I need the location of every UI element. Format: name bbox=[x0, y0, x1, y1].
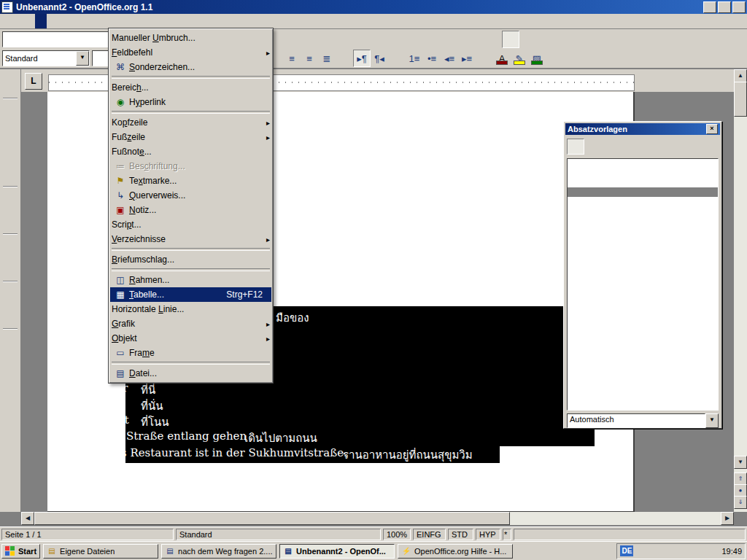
menu-item[interactable]: ◉ Hyperlink bbox=[110, 95, 271, 109]
insert-table-icon[interactable] bbox=[1, 75, 20, 94]
style-list-item[interactable] bbox=[568, 235, 718, 244]
menu-item[interactable]: ◫ Rahmen... bbox=[110, 273, 271, 287]
menu-item[interactable]: ↳ Querverweis... bbox=[110, 188, 271, 203]
toolbar-icon[interactable] bbox=[414, 31, 432, 48]
language-indicator[interactable]: DE bbox=[620, 545, 633, 556]
redo-icon[interactable] bbox=[449, 31, 467, 48]
navigator-icon[interactable] bbox=[484, 31, 502, 48]
menu-item[interactable]: Objekt ▸ bbox=[110, 331, 271, 346]
menubar-item[interactable] bbox=[12, 14, 23, 28]
style-list-item[interactable] bbox=[568, 301, 718, 311]
style-list-item[interactable] bbox=[568, 320, 718, 330]
character-styles-icon[interactable] bbox=[586, 139, 603, 155]
chevron-down-icon[interactable]: ▼ bbox=[76, 51, 89, 66]
menu-item[interactable]: Verzeichnisse ▸ bbox=[110, 232, 271, 246]
spellcheck-icon[interactable] bbox=[1, 238, 20, 257]
menu-item[interactable]: Feldbefehl ▸ bbox=[110, 45, 271, 60]
menu-item[interactable]: Grafik ▸ bbox=[110, 316, 271, 331]
direct-cursor-icon[interactable] bbox=[1, 211, 20, 230]
menu-item[interactable]: Bereich... bbox=[110, 80, 271, 95]
restore-icon[interactable] bbox=[718, 1, 731, 13]
close-icon[interactable]: × bbox=[706, 124, 718, 134]
start-button[interactable]: Start bbox=[1, 544, 40, 559]
insert-image-icon[interactable] bbox=[554, 31, 572, 48]
copy-icon[interactable] bbox=[379, 31, 397, 48]
toolbar-icon[interactable] bbox=[336, 50, 353, 67]
right-to-left-icon[interactable]: ¶◂ bbox=[371, 50, 388, 67]
taskbar-task-button[interactable]: ▤ Unbenannt2 - OpenOf... bbox=[279, 544, 395, 559]
background-color-icon[interactable]: ▨ bbox=[528, 50, 546, 67]
edit-file-icon[interactable] bbox=[274, 31, 292, 48]
toolbar-icon[interactable] bbox=[537, 31, 554, 48]
taskbar-task-button[interactable]: ▤ Eigene Dateien bbox=[43, 544, 158, 559]
hyperlink-mode-indicator[interactable]: HYP bbox=[476, 529, 500, 540]
menubar-item[interactable] bbox=[82, 14, 93, 28]
page-styles-icon[interactable] bbox=[624, 139, 641, 155]
style-list-item[interactable] bbox=[568, 216, 718, 225]
menubar-item[interactable] bbox=[23, 14, 35, 28]
style-list-item[interactable] bbox=[568, 197, 718, 206]
fill-format-icon[interactable] bbox=[663, 139, 681, 155]
toolbar-icon[interactable] bbox=[388, 50, 406, 67]
horizontal-scroll-thumb[interactable] bbox=[34, 512, 510, 525]
cut-icon[interactable] bbox=[362, 31, 379, 48]
menu-item[interactable]: Script... bbox=[110, 217, 271, 232]
mouse-settings-icon[interactable] bbox=[677, 545, 689, 557]
scroll-up-icon[interactable]: ▲ bbox=[734, 69, 747, 82]
menu-item[interactable]: ▭ Frame bbox=[110, 346, 271, 360]
menu-item[interactable]: Horizontale Linie... bbox=[110, 302, 271, 316]
menu-item[interactable]: ▤ Datei... bbox=[110, 366, 271, 381]
increase-indent-icon[interactable]: ▸≡ bbox=[458, 50, 476, 67]
bullet-list-icon[interactable]: •≡ bbox=[423, 50, 441, 67]
selection-mode-indicator[interactable]: STD bbox=[448, 529, 473, 540]
menubar-item[interactable] bbox=[70, 14, 82, 28]
style-list-item[interactable] bbox=[568, 282, 718, 292]
taskbar-task-button[interactable]: ▤ nach dem Weg fragen 2.... bbox=[161, 544, 276, 559]
menu-item[interactable] bbox=[112, 109, 270, 115]
style-list-item[interactable] bbox=[568, 292, 718, 301]
graphics-onoff-icon[interactable] bbox=[1, 353, 20, 372]
horizontal-scrollbar[interactable]: ◀ ▶ bbox=[21, 512, 734, 525]
style-list[interactable] bbox=[567, 158, 719, 411]
page-style-indicator[interactable]: Standard bbox=[176, 529, 381, 540]
menu-item[interactable]: Fußzeile ▸ bbox=[110, 130, 271, 144]
stylist-titlebar[interactable]: Absatzvorlagen × bbox=[565, 123, 720, 135]
data-sources-icon[interactable] bbox=[1, 306, 20, 324]
print-icon[interactable] bbox=[327, 31, 344, 48]
style-list-item[interactable] bbox=[568, 159, 718, 168]
paragraph-style-combobox[interactable]: Standard ▼ bbox=[2, 50, 90, 66]
menu-item[interactable]: Briefumschlag... bbox=[110, 252, 271, 267]
decrease-indent-icon[interactable]: ◂≡ bbox=[441, 50, 458, 67]
toolbar-icon[interactable] bbox=[292, 31, 309, 48]
left-to-right-icon[interactable]: ▸¶ bbox=[353, 50, 371, 67]
menubar-item[interactable] bbox=[0, 14, 12, 28]
align-right-icon[interactable]: ≡ bbox=[301, 50, 318, 67]
style-list-item[interactable] bbox=[568, 187, 718, 197]
style-list-item[interactable] bbox=[568, 206, 718, 216]
form-functions-icon[interactable] bbox=[1, 163, 20, 182]
next-page-icon[interactable]: ⇓ bbox=[734, 496, 747, 509]
numbering-styles-icon[interactable] bbox=[643, 139, 660, 155]
minimize-icon[interactable] bbox=[703, 1, 716, 13]
insert-mode-indicator[interactable]: EINFG bbox=[413, 529, 446, 540]
menu-item[interactable]: ⚑ Textmarke... bbox=[110, 174, 271, 188]
toolbar-icon[interactable] bbox=[344, 31, 362, 48]
nonprinting-characters-icon[interactable] bbox=[1, 332, 20, 351]
style-list-item[interactable] bbox=[568, 225, 718, 235]
paragraph-styles-icon[interactable] bbox=[567, 139, 584, 155]
volume-icon[interactable] bbox=[663, 545, 675, 557]
gallery-icon[interactable] bbox=[519, 31, 537, 48]
numbered-list-icon[interactable]: 1≡ bbox=[406, 50, 423, 67]
zoom-indicator[interactable]: 100% bbox=[383, 529, 411, 540]
menu-item[interactable]: ▦ Tabelle... Strg+F12 bbox=[110, 287, 271, 302]
autotext-icon[interactable] bbox=[1, 190, 20, 209]
style-list-item[interactable] bbox=[568, 254, 718, 263]
scroll-right-icon[interactable]: ▶ bbox=[721, 512, 734, 525]
menu-item[interactable] bbox=[112, 246, 270, 252]
find-icon[interactable] bbox=[1, 285, 20, 304]
card-reader-icon[interactable] bbox=[691, 545, 703, 557]
highlight-color-icon[interactable]: ✎ bbox=[511, 50, 528, 67]
update-style-icon[interactable] bbox=[701, 139, 719, 155]
style-list-item[interactable] bbox=[568, 263, 718, 273]
menu-item[interactable] bbox=[112, 360, 270, 366]
